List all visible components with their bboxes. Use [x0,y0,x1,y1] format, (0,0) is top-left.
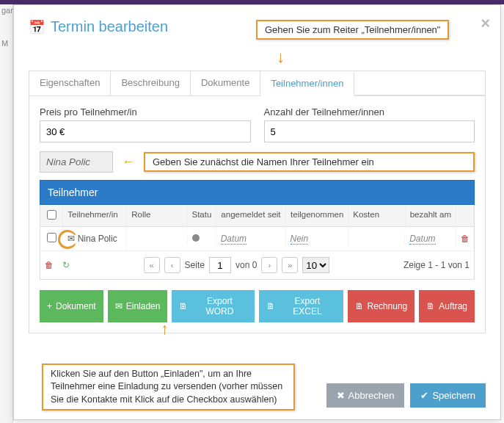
file-icon: 🗎 [179,301,188,311]
tab-teilnehmer[interactable]: Teilnehmer/innen [260,72,354,96]
invite-button[interactable]: ✉Einladen [108,290,168,322]
close-icon[interactable]: × [481,14,490,33]
order-button[interactable]: 🗎Auftrag [419,290,475,322]
first-page-button[interactable]: « [144,257,160,273]
calendar-icon: 📅 [29,19,45,35]
status-dot-icon [192,234,200,242]
x-icon: ✖ [337,390,345,401]
select-all-checkbox[interactable] [47,210,56,220]
arrow-down-icon: ↓ [277,48,285,67]
row-participated[interactable]: Nein [291,234,309,245]
next-page-button[interactable]: › [261,257,277,273]
edit-appointment-modal: × 📅 Termin bearbeiten Gehen Sie zum Reit… [13,4,501,420]
stub-text: gar [0,6,13,15]
export-word-button[interactable]: 🗎Export WORD [172,290,255,322]
count-label: Anzahl der Teilnehmer/innen [264,106,475,118]
col-registered[interactable]: angemeldet seit [216,205,286,226]
export-excel-button[interactable]: 🗎Export EXCEL [259,290,343,322]
modal-title-text: Termin bearbeiten [51,18,168,35]
col-name[interactable]: Teilnehmer/in [63,205,127,226]
pager: 🗑 ↻ « ‹ Seite von 0 › » 10 Zeige 1 - 1 v… [40,250,474,279]
count-input[interactable] [264,120,475,142]
per-page-select[interactable]: 10 [302,257,329,273]
action-bar: +Dokument ✉Einladen 🗎Export WORD 🗎Export… [40,290,475,322]
file-icon: 🗎 [426,301,435,311]
plus-icon: + [47,301,52,311]
prev-page-button[interactable]: ‹ [164,257,180,273]
page-label: Seite [185,260,205,270]
participants-header: Teilnehmer [40,180,475,205]
delete-row-icon[interactable]: 🗑 [456,228,474,250]
participants-table: Teilnehmer/in Rolle Statu angemeldet sei… [40,205,475,280]
checkbox-highlight-icon [58,230,77,249]
invoice-button[interactable]: 🗎Rechnung [348,290,415,322]
tab-panel: Preis pro Teilnehmer/in Anzahl der Teiln… [29,95,486,333]
stub-text2: M [0,39,8,48]
table-head: Teilnehmer/in Rolle Statu angemeldet sei… [40,205,474,227]
last-page-button[interactable]: » [282,257,298,273]
cancel-button[interactable]: ✖ Abbrechen [326,383,405,408]
row-name: Nina Polic [78,234,117,244]
row-paid[interactable]: Datum [409,234,435,245]
save-button[interactable]: ✔ Speichern [410,383,486,408]
table-row: ✉ Nina Polic Datum Nein Datum 🗑 [40,227,474,250]
col-paid[interactable]: bezahlt am [406,205,457,226]
pager-range: Zeige 1 - 1 von 1 [403,260,470,270]
envelope-icon: ✉ [115,301,123,311]
price-label: Preis pro Teilnehmer/in [40,106,251,118]
file-icon: 🗎 [266,301,275,311]
trash-icon[interactable]: 🗑 [45,260,54,270]
tab-bar: Eigenschaften Beschreibung Dokumente Tei… [29,70,486,95]
col-cost[interactable]: Kosten [348,205,405,226]
tab-dokumente[interactable]: Dokumente [191,71,260,95]
tab-beschreibung[interactable]: Beschreibung [111,71,191,95]
file-icon: 🗎 [355,301,364,311]
arrow-up-icon: ↑ [161,319,169,339]
page-input[interactable] [209,257,231,273]
col-role[interactable]: Rolle [127,205,187,226]
arrow-left-icon: ← [122,154,135,170]
refresh-icon[interactable]: ↻ [62,260,70,270]
row-checkbox[interactable] [47,233,56,242]
callout-tabs: Gehen Sie zum Reiter „Teilnehmer/innen" [256,20,449,40]
callout-names: Geben Sie zunächst die Namen Ihrer Teiln… [144,152,475,172]
col-participated[interactable]: teilgenommen [286,205,348,226]
modal-footer: ✖ Abbrechen ✔ Speichern [326,383,486,408]
callout-invite: Klicken Sie auf den Button „Einladen", u… [42,364,295,411]
check-icon: ✔ [420,390,428,401]
col-status[interactable]: Statu [188,205,217,226]
participant-name-input[interactable] [40,151,113,173]
price-input[interactable] [40,120,251,142]
tab-eigenschaften[interactable]: Eigenschaften [29,71,111,95]
row-registered[interactable]: Datum [221,234,246,245]
add-document-button[interactable]: +Dokument [40,290,103,322]
page-of: von 0 [235,260,257,270]
